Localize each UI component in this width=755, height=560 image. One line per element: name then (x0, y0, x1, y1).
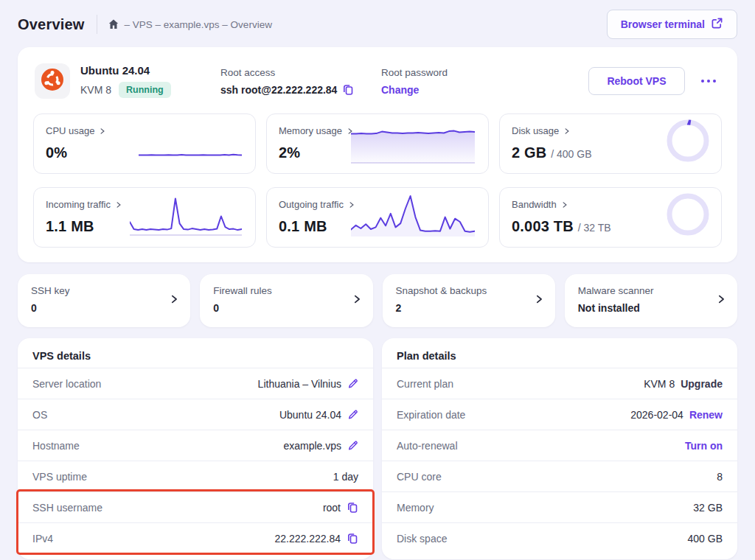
chevron-right-icon (99, 127, 106, 135)
cpu-usage-title: CPU usage (46, 125, 94, 136)
ssh-key-title: SSH key (31, 285, 177, 296)
ipv4-row: IPv4 22.222.222.84 (18, 522, 373, 553)
malware-scanner-title: Malware scanner (578, 285, 724, 296)
breadcrumb-text: – VPS – example.vps – Overview (125, 19, 272, 30)
firewall-rules-title: Firewall rules (213, 285, 359, 296)
ubuntu-logo-icon (40, 67, 65, 95)
memory-usage-title: Memory usage (279, 125, 342, 136)
chevron-right-icon (352, 294, 362, 307)
ssh-username-value: root (323, 502, 341, 514)
malware-scanner-status: Not installed (578, 302, 724, 314)
root-password-block: Root password Change (381, 67, 542, 96)
cpu-usage-card[interactable]: CPU usage 0% (33, 113, 256, 174)
server-location-value: Lithuania – Vilnius (258, 378, 341, 390)
server-info-row: Ubuntu 24.04 KVM 8 Running Root access s… (33, 62, 722, 99)
copy-ssh-command-icon[interactable] (342, 84, 354, 96)
root-access-label: Root access (220, 67, 381, 78)
incoming-traffic-title: Incoming traffic (46, 199, 111, 210)
firewall-rules-card[interactable]: Firewall rules 0 (200, 274, 372, 327)
snapshot-backups-card[interactable]: Snapshot & backups 2 (383, 274, 555, 327)
hostname-value: example.vps (283, 440, 341, 452)
vps-details-title: VPS details (18, 338, 373, 368)
disk-usage-ring-chart (667, 119, 709, 162)
bandwidth-total: / 32 TB (578, 222, 611, 234)
incoming-traffic-sparkline-chart (130, 196, 242, 236)
edit-server-location-icon[interactable] (347, 378, 358, 389)
disk-space-value: 400 GB (688, 533, 723, 545)
os-meta: Ubuntu 24.04 KVM 8 Running (80, 64, 220, 98)
quick-links-row: SSH key 0 Firewall rules 0 Snapshot & ba… (18, 274, 737, 327)
chevron-right-icon (716, 294, 726, 307)
cpu-sparkline-chart (139, 142, 242, 158)
snapshot-backups-count: 2 (396, 302, 542, 314)
ssh-username-row: SSH username root (18, 491, 373, 522)
bandwidth-card[interactable]: Bandwidth 0.003 TB / 32 TB (499, 187, 722, 248)
home-icon[interactable] (108, 18, 119, 30)
memory-sparkline-chart (351, 125, 475, 164)
browser-terminal-label: Browser terminal (621, 18, 705, 30)
vps-overview-page: Overview – VPS – example.vps – Overview … (0, 0, 755, 560)
page-title: Overview (18, 16, 85, 33)
disk-usage-total: / 400 GB (551, 148, 591, 160)
os-row: OS Ubuntu 24.04 (18, 399, 373, 430)
bandwidth-title: Bandwidth (512, 199, 557, 210)
top-bar: Overview – VPS – example.vps – Overview … (18, 10, 737, 38)
upgrade-link[interactable]: Upgrade (681, 378, 723, 390)
bandwidth-value: 0.003 TB (512, 218, 574, 234)
memory-row: Memory 32 GB (382, 491, 737, 522)
current-plan-row: Current plan KVM 8 Upgrade (382, 368, 737, 399)
root-access-value: ssh root@22.222.222.84 (220, 84, 337, 96)
renew-link[interactable]: Renew (689, 409, 723, 421)
bandwidth-ring-chart (667, 193, 709, 236)
edit-hostname-icon[interactable] (347, 440, 358, 451)
ssh-key-count: 0 (31, 302, 177, 314)
auto-renewal-row: Auto-renewal Turn on (382, 430, 737, 461)
chevron-right-icon (115, 201, 122, 209)
outgoing-traffic-card[interactable]: Outgoing traffic 0.1 MB (266, 187, 489, 248)
incoming-traffic-card[interactable]: Incoming traffic 1.1 MB (33, 187, 256, 248)
plan-details-panel: Plan details Current plan KVM 8 Upgrade … (382, 338, 737, 559)
detail-panels: VPS details Server location Lithuania – … (18, 338, 737, 559)
expiration-date-row: Expiration date 2026-02-04 Renew (382, 399, 737, 430)
disk-usage-value: 2 GB (512, 144, 546, 161)
ssh-key-card[interactable]: SSH key 0 (18, 274, 190, 327)
chevron-right-icon (169, 294, 179, 307)
cpu-core-row: CPU core 8 (382, 461, 737, 491)
breadcrumb-divider (97, 15, 97, 34)
os-value: Ubuntu 24.04 (279, 409, 341, 421)
ipv4-value: 22.222.222.84 (274, 533, 341, 545)
snapshot-backups-title: Snapshot & backups (396, 285, 542, 296)
current-plan-value: KVM 8 (644, 378, 675, 390)
hostname-row: Hostname example.vps (18, 430, 373, 461)
external-link-icon (711, 17, 723, 32)
copy-ssh-username-icon[interactable] (347, 502, 358, 514)
stat-grid: CPU usage 0% Memory usage 2% Disk usage … (33, 113, 722, 248)
plan-name: KVM 8 (80, 84, 111, 96)
chevron-right-icon (561, 201, 568, 209)
outgoing-traffic-title: Outgoing traffic (279, 199, 344, 210)
chevron-right-icon (563, 127, 571, 135)
breadcrumb[interactable]: – VPS – example.vps – Overview (108, 18, 272, 30)
chevron-right-icon (534, 294, 544, 307)
malware-scanner-card[interactable]: Malware scanner Not installed (565, 274, 737, 327)
server-overview-card: Ubuntu 24.04 KVM 8 Running Root access s… (18, 47, 737, 262)
server-location-row: Server location Lithuania – Vilnius (18, 368, 373, 399)
disk-usage-card[interactable]: Disk usage 2 GB / 400 GB (499, 113, 722, 174)
root-access-block: Root access ssh root@22.222.222.84 (220, 67, 381, 96)
browser-terminal-button[interactable]: Browser terminal (607, 10, 737, 39)
root-password-label: Root password (381, 67, 542, 78)
more-options-icon[interactable] (698, 75, 720, 88)
turn-on-link[interactable]: Turn on (685, 440, 723, 452)
change-password-link[interactable]: Change (381, 84, 419, 96)
disk-usage-title: Disk usage (512, 125, 559, 136)
os-name: Ubuntu 24.04 (80, 64, 220, 77)
outgoing-traffic-sparkline-chart (351, 195, 475, 237)
copy-ipv4-icon[interactable] (347, 533, 358, 545)
firewall-rules-count: 0 (213, 302, 359, 314)
reboot-vps-button[interactable]: Reboot VPS (588, 67, 684, 95)
memory-usage-card[interactable]: Memory usage 2% (266, 113, 489, 174)
disk-space-row: Disk space 400 GB (382, 522, 737, 553)
vps-uptime-value: 1 day (333, 471, 358, 483)
expiration-date-value: 2026-02-04 (630, 409, 683, 421)
edit-os-icon[interactable] (347, 409, 358, 420)
